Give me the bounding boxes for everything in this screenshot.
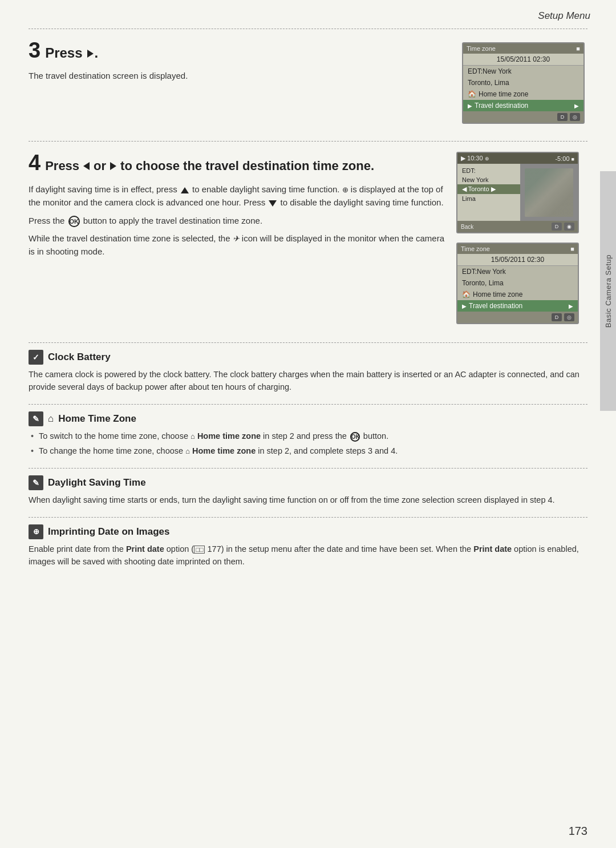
clock-body: The camera clock is powered by the clock… [29,368,587,394]
cam2-header: Time zone ■ [457,244,578,254]
step4-text: 4 Press or to choose the travel destinat… [29,152,445,263]
cam2-footer-icon1: D [552,313,562,321]
cam1-row3-label: Home time zone [479,90,528,98]
sidebar-label: Basic Camera Setup [604,255,613,328]
map-item1: EDT: [457,166,520,175]
note-clock-title: ✓ Clock Battery [29,350,587,365]
map-footer-icons: D ◉ [552,223,574,231]
note-clock-section: ✓ Clock Battery The camera clock is powe… [29,342,587,394]
home-bold-1: Home time zone [197,431,261,441]
home-pencil-icon: ✎ [29,411,43,426]
step3-number: 3 [29,39,40,61]
cam2-row4-label: Travel destination [469,302,522,310]
step4-para3: While the travel destination time zone i… [29,232,445,259]
step3-header: 3 Press . [29,39,451,64]
step4-or: or [94,159,106,173]
home-bold-2: Home time zone [192,446,256,455]
cam2-row4: ▶ Travel destination ▶ [457,300,578,312]
note-imprint-section: ⊕ Imprinting Date on Images Enable print… [29,517,587,568]
step4-section: 4 Press or to choose the travel destinat… [29,141,587,330]
cam1-footer: D ◎ [463,111,583,123]
daylight-body: When daylight saving time starts or ends… [29,494,587,506]
map-screen: ▶ 10:30 ⊕ -5:00 ■ EDT: New York ◀ Toront… [456,152,579,233]
step3-section: 3 Press . The travel destination screen … [29,29,587,130]
cam2-row4-arrow: ▶ [569,303,573,309]
map-list: EDT: New York ◀ Toronto ▶ Lima [457,164,520,221]
cam1-footer-icon1: D [557,113,568,121]
daylight-pencil-icon: ✎ [29,475,43,490]
step4-title-rest: to choose the travel destination time zo… [120,159,374,173]
map-item4: Lima [457,194,520,203]
step3-screen: Time zone ■ 15/05/2011 02:30 EDT:New Yor… [462,42,587,130]
camera-screen-2: Time zone ■ 15/05/2011 02:30 EDT:New Yor… [456,243,579,324]
cam1-row4-arrow: ▶ [574,103,579,109]
cam2-row3-label: Home time zone [473,290,522,298]
imprint-body: Enable print date from the Print date op… [29,543,587,568]
camera-screen-1: Time zone ■ 15/05/2011 02:30 EDT:New Yor… [462,42,585,124]
step4-title: 4 Press or to choose the travel destinat… [29,152,445,177]
map-footer-icon2: ◉ [564,223,574,231]
step3-body: The travel destination screen is display… [29,69,451,82]
step3-arrow-right-icon [87,50,94,58]
cam1-row1: EDT:New York [463,66,583,77]
step4-arrow-right-icon [110,162,116,170]
home-bullet-2: To change the home time zone, choose ⌂ H… [29,445,587,458]
step4-para2: Press the OK button to apply the travel … [29,214,445,227]
cam2-row3: 🏠 Home time zone [457,289,578,300]
sidebar-tab: Basic Camera Setup [600,171,616,411]
print-date-bold-2: Print date [473,544,512,554]
map-header-right: -5:00 ■ [555,155,574,162]
cam1-header-icon: ■ [576,45,580,52]
step4-press: Press [45,159,79,173]
ok-icon-2: OK [350,432,360,442]
daylight-title-text: Daylight Saving Time [48,477,146,488]
cam2-row4-icon: ▶ [462,303,467,309]
print-date-bold-1: Print date [126,544,164,554]
note-daylight-section: ✎ Daylight Saving Time When daylight sav… [29,468,587,506]
map-body: EDT: New York ◀ Toronto ▶ Lima [457,164,578,221]
home-title-text: Home Time Zone [58,413,136,425]
cam1-row2: Toronto, Lima [463,77,583,88]
cam1-row3: 🏠 Home time zone [463,88,583,100]
cam2-time: 15/05/2011 02:30 [457,254,578,265]
cam2-header-label: Time zone [461,245,490,252]
cam1-footer-icon2: ◎ [570,113,580,121]
note-home-section: ✎ ⌂ Home Time Zone To switch to the home… [29,404,587,458]
home-bullets: To switch to the home time zone, choose … [29,430,587,458]
step4-para1: If daylight saving time is in effect, pr… [29,183,445,209]
step4-screens: ▶ 10:30 ⊕ -5:00 ■ EDT: New York ◀ Toront… [456,152,587,330]
map-footer: Back D ◉ [457,221,578,232]
cam1-header-label: Time zone [467,45,496,52]
cam1-time: 15/05/2011 02:30 [463,54,583,65]
ok-icon: OK [68,216,80,227]
step3-layout: 3 Press . The travel destination screen … [29,39,587,130]
map-back-label: Back [461,224,473,230]
map-header: ▶ 10:30 ⊕ -5:00 ■ [457,153,578,164]
note-imprint-title: ⊕ Imprinting Date on Images [29,524,587,539]
content-area: 3 Press . The travel destination screen … [29,29,587,825]
cam2-row2: Toronto, Lima [457,277,578,289]
map-item3: ◀ Toronto ▶ [457,184,520,194]
cam1-row4-icon: ▶ [468,103,472,109]
step4-arrow-left-icon [83,162,90,170]
map-footer-icon1: D [552,223,562,231]
map-item2: New York [457,175,520,184]
cam2-home-icon: 🏠 [462,290,471,298]
cam1-home-icon: 🏠 [468,90,476,98]
cam1-row4: ▶ Travel destination ▶ [463,100,583,111]
page-ref-icon: □□ [194,546,205,554]
step4-arrow-down-icon [269,200,277,207]
cam2-footer-icon2: ◎ [564,313,574,321]
step3-period: . [95,45,99,61]
header-title: Setup Menu [538,10,590,21]
cam2-row1: EDT:New York [457,266,578,277]
step4-arrow-up-icon [181,187,189,193]
home-icon-title: ⌂ [48,413,54,425]
note-daylight-title: ✎ Daylight Saving Time [29,475,587,490]
cam1-row4-label: Travel destination [475,102,528,110]
home-icon-1: ⌂ [191,432,195,441]
home-icon-2: ⌂ [185,447,190,455]
page-number: 173 [569,825,587,838]
step3-press: Press [45,45,82,61]
home-bullet-1: To switch to the home time zone, choose … [29,430,587,443]
